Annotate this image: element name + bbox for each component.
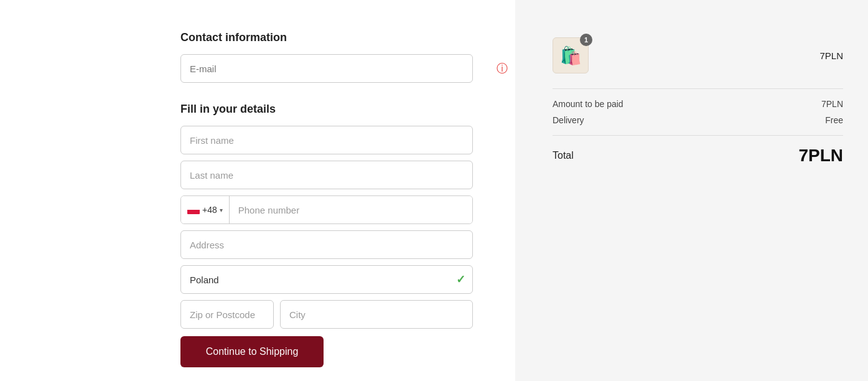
last-name-input[interactable]	[180, 161, 473, 189]
phone-prefix-selector[interactable]: +48 ▾	[181, 196, 230, 223]
continue-to-shipping-button[interactable]: Continue to Shipping	[180, 336, 324, 367]
delivery-row: Delivery Free	[553, 115, 843, 125]
total-value: 7PLN	[798, 146, 843, 166]
bag-icon: 🛍️	[560, 45, 582, 66]
city-input[interactable]	[280, 300, 473, 329]
left-panel: Contact information ⓘ Fill in your detai…	[0, 0, 515, 381]
total-row: Total 7PLN	[553, 135, 843, 166]
address-input[interactable]	[180, 230, 473, 259]
phone-field-wrapper: +48 ▾	[180, 195, 473, 224]
quantity-badge: 1	[580, 34, 592, 46]
amount-label: Amount to be paid	[553, 99, 623, 109]
first-name-input[interactable]	[180, 126, 473, 154]
delivery-label: Delivery	[553, 115, 584, 125]
zip-input[interactable]	[180, 300, 274, 329]
country-check-icon: ✓	[456, 273, 465, 286]
order-item-row: 🛍️ 1 7PLN	[553, 37, 843, 73]
email-field-wrapper: ⓘ	[180, 54, 515, 83]
details-form: +48 ▾ Poland Germany France ✓	[180, 126, 515, 329]
fill-details-title: Fill in your details	[180, 103, 515, 116]
email-warning-icon: ⓘ	[497, 61, 508, 76]
phone-prefix-arrow-icon: ▾	[220, 207, 223, 214]
poland-flag-icon	[187, 205, 200, 214]
email-input[interactable]	[180, 54, 473, 83]
zip-city-row	[180, 300, 473, 329]
right-panel: 🛍️ 1 7PLN Amount to be paid 7PLN Deliver…	[515, 0, 868, 381]
country-select[interactable]: Poland Germany France	[180, 265, 473, 294]
product-thumbnail-wrapper: 🛍️ 1	[553, 37, 589, 73]
total-label: Total	[553, 150, 574, 161]
delivery-value: Free	[825, 115, 843, 125]
item-price: 7PLN	[819, 50, 843, 61]
order-details: Amount to be paid 7PLN Delivery Free	[553, 88, 843, 125]
phone-prefix-label: +48	[202, 205, 217, 215]
contact-info-title: Contact information	[180, 31, 515, 44]
country-field-wrapper: Poland Germany France ✓	[180, 265, 473, 294]
amount-row: Amount to be paid 7PLN	[553, 99, 843, 109]
phone-number-input[interactable]	[230, 196, 472, 223]
amount-value: 7PLN	[821, 99, 843, 109]
